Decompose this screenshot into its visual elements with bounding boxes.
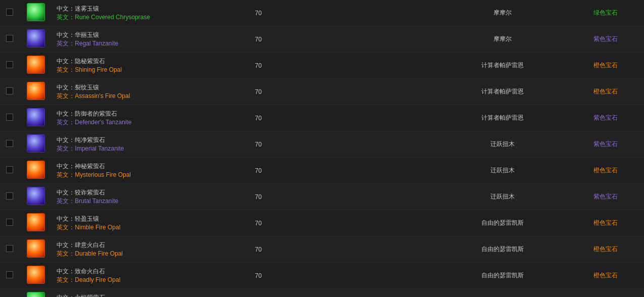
gem-icon [27, 239, 45, 258]
icon-cell [19, 105, 53, 131]
type-label: 橙色宝石 [593, 245, 618, 253]
name-cell: 中文：永恒紫萤石 英文：Timeless Chrysoprase [53, 289, 232, 298]
empty-col1 [284, 53, 361, 79]
item-name-en: 英文：Durable Fire Opal [57, 250, 228, 258]
empty-col2 [361, 158, 438, 184]
level-cell: 70 [233, 289, 284, 298]
item-name-zh: 中文：裂纹玉镶 [57, 83, 228, 92]
table-row: 中文：隐秘紫萤石 英文：Shining Fire Opal 70 计算者帕萨雷恩… [0, 53, 644, 79]
checkbox-cell[interactable] [0, 79, 19, 105]
type-label: 橙色宝石 [593, 62, 618, 69]
checkbox-cell[interactable] [0, 0, 19, 26]
icon-cell [19, 263, 53, 289]
item-name-en: 英文：Assassin's Fire Opal [57, 92, 228, 101]
row-checkbox[interactable] [6, 61, 13, 68]
item-name-en: 英文：Rune Covered Chrysoprase [57, 13, 228, 22]
item-name-zh: 中文：防御者的紫萤石 [57, 110, 228, 118]
empty-col2 [361, 131, 438, 158]
level-cell: 70 [233, 131, 284, 158]
item-name-en: 英文：Brutal Tanzanite [57, 197, 228, 206]
empty-col2 [361, 105, 438, 131]
row-checkbox[interactable] [6, 35, 13, 42]
item-name-en: 英文：Defender's Tanzanite [57, 118, 228, 127]
empty-col1 [284, 210, 361, 236]
icon-cell [19, 53, 53, 79]
type-cell: 橙色宝石 [567, 263, 644, 289]
name-cell: 中文：迷雾玉镶 英文：Rune Covered Chrysoprase [53, 0, 232, 26]
item-name-zh: 中文：神秘紫萤石 [57, 162, 228, 171]
icon-cell [19, 131, 53, 158]
source-cell: 计算者帕萨雷恩 [438, 79, 567, 105]
row-checkbox[interactable] [6, 219, 13, 226]
empty-col1 [284, 131, 361, 158]
empty-col2 [361, 210, 438, 236]
source-cell: 摩摩尔 [438, 26, 567, 53]
table-row: 中文：狡诈紫萤石 英文：Brutal Tanzanite 70 迁跃扭木 紫色宝… [0, 184, 644, 210]
icon-cell [19, 79, 53, 105]
empty-col1 [284, 236, 361, 263]
empty-col1 [284, 105, 361, 131]
type-label: 橙色宝石 [593, 88, 618, 95]
empty-col1 [284, 79, 361, 105]
level-cell: 70 [233, 53, 284, 79]
name-cell: 中文：狡诈紫萤石 英文：Brutal Tanzanite [53, 184, 232, 210]
row-checkbox[interactable] [6, 9, 13, 16]
type-label: 橙色宝石 [593, 219, 618, 226]
type-label: 紫色宝石 [593, 193, 618, 200]
gem-icon [27, 213, 45, 231]
item-name-en: 英文：Regal Tanzanite [57, 39, 228, 48]
row-checkbox[interactable] [6, 87, 13, 94]
type-cell: 橙色宝石 [567, 79, 644, 105]
empty-col1 [284, 263, 361, 289]
type-cell: 橙色宝石 [567, 158, 644, 184]
empty-col2 [361, 53, 438, 79]
checkbox-cell[interactable] [0, 184, 19, 210]
table-row: 中文：迷雾玉镶 英文：Rune Covered Chrysoprase 70 摩… [0, 0, 644, 26]
item-name-en: 英文：Deadly Fire Opal [57, 276, 228, 284]
name-cell: 中文：致命火白石 英文：Deadly Fire Opal [53, 263, 232, 289]
table-row: 中文：裂纹玉镶 英文：Assassin's Fire Opal 70 计算者帕萨… [0, 79, 644, 105]
table-row: 中文：轻盈玉镶 英文：Nimble Fire Opal 70 自由的瑟雷凯斯 橙… [0, 210, 644, 236]
level-cell: 70 [233, 263, 284, 289]
gem-icon [27, 134, 45, 153]
row-checkbox[interactable] [6, 245, 13, 252]
gem-icon [27, 187, 45, 205]
type-label: 紫色宝石 [593, 35, 618, 42]
row-checkbox[interactable] [6, 114, 13, 121]
gem-icon [27, 3, 45, 21]
name-cell: 中文：隐秘紫萤石 英文：Shining Fire Opal [53, 53, 232, 79]
type-label: 橙色宝石 [593, 272, 618, 279]
level-cell: 70 [233, 105, 284, 131]
item-name-zh: 中文：迷雾玉镶 [57, 5, 228, 13]
type-cell: 紫色宝石 [567, 131, 644, 158]
checkbox-cell[interactable] [0, 158, 19, 184]
item-name-zh: 中文：致命火白石 [57, 267, 228, 276]
source-cell: 自由的瑟雷凯斯 [438, 236, 567, 263]
type-label: 绿色宝石 [593, 9, 618, 16]
level-cell: 70 [233, 236, 284, 263]
source-cell: 迁跃扭木 [438, 158, 567, 184]
empty-col2 [361, 184, 438, 210]
level-cell: 70 [233, 79, 284, 105]
type-cell: 绿色宝石 [567, 0, 644, 26]
checkbox-cell[interactable] [0, 131, 19, 158]
row-checkbox[interactable] [6, 192, 13, 200]
row-checkbox[interactable] [6, 140, 13, 147]
type-cell: 橙色宝石 [567, 53, 644, 79]
icon-cell [19, 158, 53, 184]
row-checkbox[interactable] [6, 166, 13, 173]
level-cell: 70 [233, 158, 284, 184]
checkbox-cell[interactable] [0, 53, 19, 79]
checkbox-cell[interactable] [0, 289, 19, 298]
checkbox-cell[interactable] [0, 263, 19, 289]
gem-icon [27, 82, 45, 100]
empty-col2 [361, 236, 438, 263]
source-cell: 迁跃扭木 [438, 131, 567, 158]
checkbox-cell[interactable] [0, 26, 19, 53]
checkbox-cell[interactable] [0, 236, 19, 263]
item-name-en: 英文：Mysterious Fire Opal [57, 171, 228, 179]
row-checkbox[interactable] [6, 271, 13, 278]
name-cell: 中文：裂纹玉镶 英文：Assassin's Fire Opal [53, 79, 232, 105]
checkbox-cell[interactable] [0, 210, 19, 236]
checkbox-cell[interactable] [0, 105, 19, 131]
